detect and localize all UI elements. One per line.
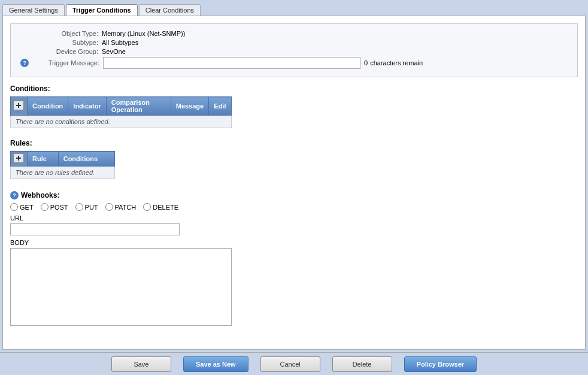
rules-table: Rule Conditions There are no rules defin… [10,151,115,179]
policy-browser-button[interactable]: Policy Browser [404,356,477,372]
radio-post[interactable] [41,203,49,211]
label-put: PUT [85,204,98,211]
conditions-empty-message: There are no conditions defined. [11,116,232,128]
url-input[interactable] [10,223,180,235]
help-icon[interactable]: ? [20,59,29,67]
method-delete[interactable]: DELETE [143,203,178,211]
rules-empty-row: There are no rules defined. [11,167,115,179]
object-type-label: Object Type: [20,30,98,37]
rules-empty-message: There are no rules defined. [11,167,115,179]
radio-patch[interactable] [105,203,113,211]
method-put[interactable]: PUT [75,203,98,211]
info-box: Object Type: Memory (Linux (Net-SNMP)) S… [10,23,578,77]
indicator-col-header: Indicator [68,97,106,116]
webhooks-title: ? Webhooks: [10,191,578,199]
conditions-col-header: Conditions [58,152,114,167]
http-method-group: GET POST PUT PATCH DELETE [10,203,578,211]
webhooks-section: ? Webhooks: GET POST PUT PATCH [10,191,578,328]
device-group-row: Device Group: SevOne [20,48,568,55]
rules-section: Rules: Rule Conditions There are no rule… [10,139,578,179]
top-tabs: General Settings Trigger Conditions Clea… [0,0,588,16]
method-patch[interactable]: PATCH [105,203,137,211]
trigger-message-row: ? Trigger Message: 0 characters remain [20,57,568,69]
object-type-row: Object Type: Memory (Linux (Net-SNMP)) [20,30,568,37]
conditions-section: Conditions: Condition Indicator Comparis… [10,84,578,128]
delete-button[interactable]: Delete [332,356,392,372]
device-group-value: SevOne [102,48,126,55]
subtype-value: All Subtypes [102,39,138,46]
label-get: GET [20,204,34,211]
tab-clear-conditions[interactable]: Clear Conditions [139,4,201,16]
condition-col-header: Condition [28,97,68,116]
add-rule-icon[interactable] [13,153,24,163]
webhooks-title-text: Webhooks: [21,191,59,199]
bottom-bar: Save Save as New Cancel Delete Policy Br… [0,352,588,375]
object-type-value: Memory (Linux (Net-SNMP)) [102,30,185,37]
edit-col-header: Edit [209,97,232,116]
trigger-message-input[interactable] [103,57,360,69]
add-condition-button[interactable] [11,97,28,116]
radio-delete[interactable] [143,203,151,211]
rule-col-header: Rule [28,152,59,167]
tab-trigger-conditions[interactable]: Trigger Conditions [66,4,138,16]
subtype-label: Subtype: [20,39,98,46]
label-post: POST [50,204,68,211]
rules-title: Rules: [10,139,578,147]
method-get[interactable]: GET [10,203,34,211]
trigger-message-label: Trigger Message: [30,59,99,66]
cancel-button[interactable]: Cancel [260,356,320,372]
message-col-header: Message [171,97,208,116]
webhooks-help-icon[interactable]: ? [10,191,19,199]
body-textarea[interactable] [10,248,232,326]
tab-general-settings[interactable]: General Settings [2,4,65,16]
char-count: 0 [364,59,368,66]
main-content: Object Type: Memory (Linux (Net-SNMP)) S… [2,16,586,350]
method-post[interactable]: POST [41,203,68,211]
radio-put[interactable] [75,203,83,211]
conditions-table: Condition Indicator Comparison Operation… [10,96,232,128]
body-label: BODY [10,239,578,246]
add-rule-button[interactable] [11,152,28,167]
comparison-col-header: Comparison Operation [106,97,171,116]
label-patch: PATCH [115,204,137,211]
save-as-new-button[interactable]: Save as New [183,356,248,372]
add-condition-icon[interactable] [13,101,24,110]
radio-get[interactable] [10,203,18,211]
device-group-label: Device Group: [20,48,98,55]
label-delete: DELETE [153,204,178,211]
url-label: URL [10,214,578,222]
conditions-empty-row: There are no conditions defined. [11,116,232,128]
conditions-title: Conditions: [10,84,578,93]
subtype-row: Subtype: All Subtypes [20,39,568,46]
char-remain-label: characters remain [370,59,423,66]
save-button[interactable]: Save [111,356,171,372]
